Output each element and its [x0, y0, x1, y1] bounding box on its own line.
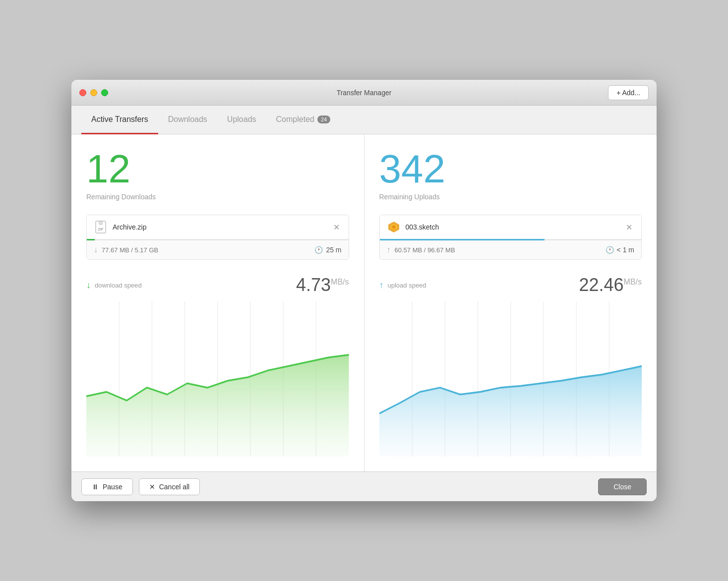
- pause-icon: ⏸: [92, 483, 99, 491]
- downloads-panel: 12 Remaining Downloads ZIP Archive.zip ✕: [71, 134, 364, 471]
- tab-uploads[interactable]: Uploads: [217, 106, 266, 134]
- upload-file-header: 003.sketch ✕: [380, 215, 642, 239]
- tab-bar: Active Transfers Downloads Uploads Compl…: [71, 106, 657, 134]
- tab-completed-label: Completed: [276, 115, 314, 124]
- download-file-stats: ↓ 77.67 MB / 5.17 GB 🕐 25 m: [87, 240, 349, 259]
- upload-speed-section: ↑ upload speed 22.46MB/s: [379, 275, 642, 457]
- svg-rect-1: [99, 221, 102, 225]
- bottom-bar: ⏸ Pause ✕ Cancel all Close: [71, 471, 657, 501]
- download-file-size: 77.67 MB / 5.17 GB: [102, 246, 314, 254]
- download-close-button[interactable]: ✕: [331, 222, 342, 233]
- upload-speed-header: ↑ upload speed 22.46MB/s: [379, 275, 642, 295]
- download-chart: [86, 301, 349, 457]
- uploads-panel: 342 Remaining Uploads 003.sketch ✕: [364, 134, 657, 471]
- cancel-all-button[interactable]: ✕ Cancel all: [139, 478, 200, 495]
- upload-speed-value: 22.46MB/s: [579, 275, 642, 295]
- download-file-time: 25 m: [326, 246, 341, 254]
- downloads-stat-label: Remaining Downloads: [86, 193, 349, 201]
- main-content: 12 Remaining Downloads ZIP Archive.zip ✕: [71, 134, 657, 471]
- window-title: Transfer Manager: [337, 89, 392, 97]
- download-speed-icon: ↓: [86, 280, 91, 290]
- downloads-stat-number: 12: [86, 149, 349, 189]
- completed-badge: 24: [317, 116, 330, 123]
- add-button[interactable]: + Add...: [608, 85, 649, 100]
- main-window: Transfer Manager + Add... Active Transfe…: [71, 80, 657, 501]
- upload-arrow-icon: ↑: [387, 245, 391, 254]
- download-speed-unit: MB/s: [331, 278, 349, 286]
- upload-speed-icon: ↑: [379, 280, 384, 290]
- tab-active-label: Active Transfers: [91, 115, 148, 124]
- minimize-traffic-light[interactable]: [90, 89, 97, 96]
- upload-clock-icon: 🕐: [606, 246, 614, 254]
- tab-completed[interactable]: Completed 24: [266, 106, 341, 134]
- upload-file-stats: ↑ 60.57 MB / 96.67 MB 🕐 < 1 m: [380, 240, 642, 259]
- uploads-stat-number: 342: [379, 149, 642, 189]
- upload-chart: [379, 301, 642, 457]
- upload-file-name: 003.sketch: [406, 223, 624, 231]
- cancel-label: Cancel all: [159, 483, 189, 491]
- cancel-icon: ✕: [149, 483, 155, 491]
- tab-downloads-label: Downloads: [168, 115, 207, 124]
- upload-file-item: 003.sketch ✕ ↑ 60.57 MB / 96.67 MB 🕐 < 1…: [379, 215, 642, 260]
- upload-speed-unit: MB/s: [624, 278, 642, 286]
- uploads-stat-label: Remaining Uploads: [379, 193, 642, 201]
- title-bar: Transfer Manager + Add...: [71, 80, 657, 106]
- upload-speed-label: upload speed: [388, 282, 579, 289]
- download-file-name: Archive.zip: [113, 223, 331, 231]
- download-file-header: ZIP Archive.zip ✕: [87, 215, 349, 239]
- upload-close-button[interactable]: ✕: [624, 222, 634, 233]
- sketch-file-icon: [387, 220, 401, 234]
- download-file-item: ZIP Archive.zip ✕ ↓ 77.67 MB / 5.17 GB 🕐…: [86, 215, 349, 260]
- maximize-traffic-light[interactable]: [101, 89, 108, 96]
- svg-text:ZIP: ZIP: [98, 228, 104, 231]
- upload-file-size: 60.57 MB / 96.67 MB: [395, 246, 606, 254]
- download-clock-icon: 🕐: [314, 246, 323, 254]
- tab-downloads[interactable]: Downloads: [158, 106, 217, 134]
- zip-file-icon: ZIP: [94, 220, 108, 234]
- download-speed-label: download speed: [95, 282, 296, 289]
- tab-active-transfers[interactable]: Active Transfers: [81, 106, 158, 134]
- pause-label: Pause: [103, 483, 122, 491]
- download-arrow-icon: ↓: [94, 245, 98, 254]
- close-button[interactable]: Close: [598, 478, 647, 495]
- pause-button[interactable]: ⏸ Pause: [81, 478, 133, 495]
- download-speed-section: ↓ download speed 4.73MB/s: [86, 275, 349, 457]
- traffic-lights: [79, 89, 108, 96]
- tab-uploads-label: Uploads: [227, 115, 256, 124]
- download-speed-header: ↓ download speed 4.73MB/s: [86, 275, 349, 295]
- close-traffic-light[interactable]: [79, 89, 86, 96]
- upload-file-time: < 1 m: [617, 246, 634, 254]
- download-speed-value: 4.73MB/s: [296, 275, 349, 295]
